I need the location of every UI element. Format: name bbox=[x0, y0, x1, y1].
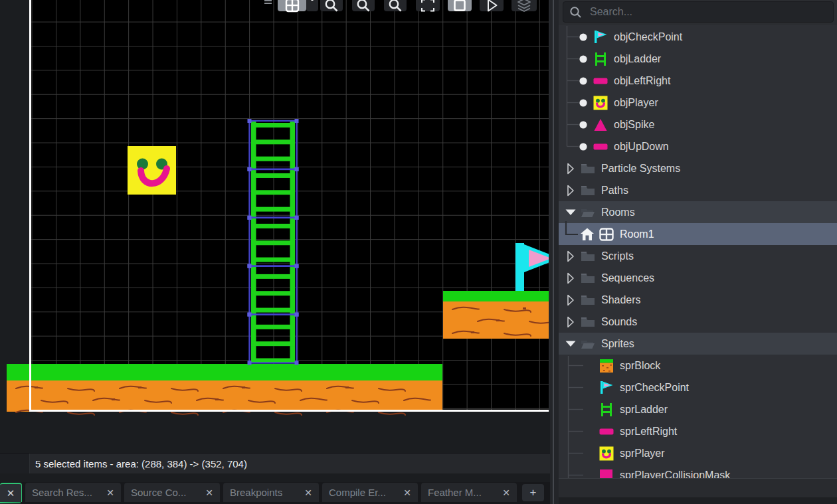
close-icon[interactable]: ✕ bbox=[205, 487, 213, 498]
chevron-right-icon[interactable] bbox=[563, 248, 579, 264]
grid-dropdown-button[interactable] bbox=[306, 0, 318, 11]
visibility-bullet-icon[interactable] bbox=[575, 139, 591, 155]
zoom-out-button[interactable] bbox=[384, 0, 407, 11]
chevron-right-icon[interactable] bbox=[563, 161, 579, 177]
tab-gap bbox=[0, 473, 550, 482]
visibility-bullet-icon[interactable] bbox=[575, 117, 591, 133]
tree-item-sprites[interactable]: Sprites bbox=[559, 333, 837, 355]
grid-toggle-button[interactable] bbox=[278, 0, 306, 11]
tree-item-objSpike[interactable]: objSpike bbox=[559, 114, 837, 135]
tree-item-shaders[interactable]: Shaders bbox=[559, 289, 837, 311]
tree-item-sprPlayerCollisionMask[interactable]: sprPlayerCollisionMask bbox=[559, 464, 837, 478]
chevron-right-icon[interactable] bbox=[563, 314, 579, 330]
tree-item-label: Particle Systems bbox=[601, 163, 680, 175]
tab-featherm[interactable]: Feather M...✕ bbox=[421, 483, 517, 502]
tree-item-label: Paths bbox=[601, 185, 628, 197]
folder-icon bbox=[580, 336, 596, 352]
zoom-button[interactable] bbox=[320, 0, 343, 11]
close-icon[interactable]: ✕ bbox=[106, 487, 114, 498]
chevron-down-icon[interactable] bbox=[563, 336, 579, 352]
tree-item-label: sprLeftRight bbox=[620, 426, 677, 438]
tree-item-scripts[interactable]: Scripts bbox=[559, 245, 837, 267]
tab-label: Search Res... bbox=[32, 487, 101, 498]
square-icon bbox=[452, 0, 468, 13]
asset-tree: objCheckPointobjLadderobjLeftRightobjPla… bbox=[559, 26, 837, 478]
tree-item-objPlayer[interactable]: objPlayer bbox=[559, 92, 837, 114]
tree-item-label: Sequences bbox=[601, 272, 654, 284]
asset-search-box[interactable] bbox=[563, 1, 834, 23]
tree-item-objUpDown[interactable]: objUpDown bbox=[559, 135, 837, 157]
folder-icon bbox=[580, 205, 596, 220]
tree-item-objLadder[interactable]: objLadder bbox=[559, 48, 837, 70]
moving-bar-icon bbox=[593, 73, 608, 89]
tree-item-objLeftRight[interactable]: objLeftRight bbox=[559, 70, 837, 92]
room-instances-layer[interactable] bbox=[0, 0, 550, 453]
tree-item-room1[interactable]: Room1 bbox=[559, 223, 837, 245]
tree-scrollbar[interactable] bbox=[553, 0, 554, 504]
visibility-bullet-icon[interactable] bbox=[575, 51, 591, 67]
tab-sourceco[interactable]: Source Co...✕ bbox=[124, 483, 220, 502]
magnifier-icon bbox=[387, 0, 403, 13]
tree-item-sprBlock[interactable]: sprBlock bbox=[559, 355, 837, 377]
room-editor-canvas[interactable] bbox=[0, 0, 550, 453]
fit-view-button[interactable] bbox=[416, 0, 440, 11]
block-sprite-icon bbox=[599, 358, 614, 374]
folder-icon bbox=[580, 161, 596, 177]
status-bar-left-cell bbox=[0, 454, 30, 473]
tree-item-rooms[interactable]: Rooms bbox=[559, 201, 837, 223]
tree-item-sprCheckPoint[interactable]: sprCheckPoint bbox=[559, 377, 837, 398]
tab-label: Compile Er... bbox=[329, 487, 398, 498]
tree-item-label: sprPlayer bbox=[620, 448, 665, 460]
add-tab-button[interactable]: + bbox=[522, 484, 544, 501]
tab-searchres[interactable]: Search Res...✕ bbox=[25, 483, 121, 502]
tab-compileer[interactable]: Compile Er...✕ bbox=[322, 483, 418, 502]
panel-separator[interactable] bbox=[550, 0, 559, 504]
layers-icon bbox=[516, 0, 532, 13]
visibility-bullet-icon[interactable] bbox=[575, 95, 591, 111]
canvas-button[interactable] bbox=[448, 0, 472, 11]
chevron-right-icon[interactable] bbox=[563, 183, 579, 199]
tree-item-label: Sprites bbox=[601, 338, 634, 350]
tree-item-paths[interactable]: Paths bbox=[559, 179, 837, 201]
toolbar-grip[interactable] bbox=[264, 0, 272, 5]
tree-item-sounds[interactable]: Sounds bbox=[559, 311, 837, 333]
tree-item-particle-systems[interactable]: Particle Systems bbox=[559, 157, 837, 179]
close-icon[interactable]: ✕ bbox=[502, 487, 510, 498]
grid-icon bbox=[284, 0, 300, 13]
tree-item-label: objCheckPoint bbox=[614, 31, 682, 43]
close-icon[interactable]: ✕ bbox=[403, 487, 411, 498]
chevron-right-icon[interactable] bbox=[563, 270, 579, 286]
folder-icon bbox=[580, 270, 596, 286]
tab-label: Feather M... bbox=[428, 487, 497, 498]
close-icon[interactable]: ✕ bbox=[304, 487, 312, 498]
layers-button[interactable] bbox=[512, 0, 537, 11]
tree-item-label: objLadder bbox=[614, 53, 661, 65]
tree-item-sprPlayer[interactable]: sprPlayer bbox=[559, 442, 837, 464]
tree-item-label: sprLadder bbox=[620, 404, 668, 416]
tab-label: Source Co... bbox=[131, 487, 200, 498]
status-bar: 5 selected items - area: (288, 384) -> (… bbox=[0, 453, 550, 474]
checkpoint-flag-icon bbox=[599, 380, 614, 396]
tree-item-label: sprPlayerCollisionMask bbox=[620, 469, 730, 479]
tree-item-objCheckPoint[interactable]: objCheckPoint bbox=[559, 26, 837, 48]
tree-item-sprLadder[interactable]: sprLadder bbox=[559, 398, 837, 420]
play-button[interactable] bbox=[480, 0, 504, 11]
tree-item-label: Room1 bbox=[620, 228, 654, 240]
collision-mask-icon bbox=[599, 467, 614, 479]
tab-output-partial[interactable]: ✕ bbox=[0, 483, 22, 502]
asset-panel-footer-strip bbox=[559, 497, 837, 504]
visibility-bullet-icon[interactable] bbox=[575, 73, 591, 89]
visibility-bullet-icon[interactable] bbox=[575, 29, 591, 45]
close-icon[interactable]: ✕ bbox=[7, 487, 15, 499]
chevron-down-icon[interactable] bbox=[563, 205, 579, 220]
search-input[interactable] bbox=[589, 5, 817, 19]
folder-icon bbox=[580, 292, 596, 308]
tab-breakpoints[interactable]: Breakpoints✕ bbox=[223, 483, 319, 502]
gamemaker-window: 5 selected items - area: (288, 384) -> (… bbox=[0, 0, 837, 504]
chevron-right-icon[interactable] bbox=[563, 292, 579, 308]
checkpoint-flag-icon bbox=[593, 29, 608, 45]
zoom-in-button[interactable] bbox=[352, 0, 375, 11]
folder-icon bbox=[580, 248, 596, 264]
tree-item-sprLeftRight[interactable]: sprLeftRight bbox=[559, 420, 837, 442]
tree-item-sequences[interactable]: Sequences bbox=[559, 267, 837, 289]
